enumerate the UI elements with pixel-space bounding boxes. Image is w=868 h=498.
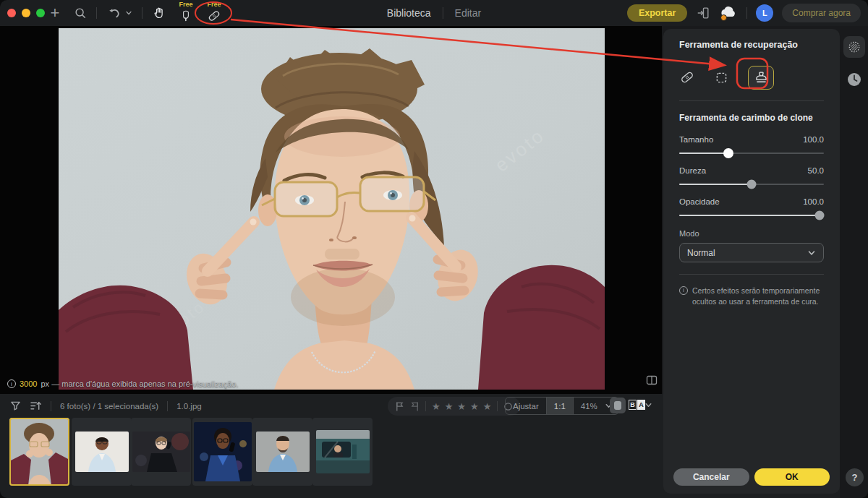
tab-biblioteca[interactable]: Biblioteca [387,7,431,19]
minimize-window-button[interactable] [22,9,30,17]
add-photos-button[interactable]: + [45,0,65,26]
ratio-1-1-button[interactable]: 1:1 [546,398,574,414]
undo-button[interactable] [104,0,124,26]
bandaid-icon [679,69,695,85]
filename: 1.0.jpg [176,402,202,411]
filmstrip-thumbnail[interactable] [252,418,312,486]
fit-button[interactable]: Ajustar [506,398,546,414]
export-panel-button[interactable] [696,6,710,20]
avatar[interactable]: L [756,4,773,22]
photo-count: 6 foto(s) / 1 selecionada(s) [60,402,158,411]
slider-thumb[interactable] [723,148,733,158]
help-button[interactable]: ? [846,468,864,486]
clone-stamp-tool-button[interactable] [748,66,774,90]
filmstrip-thumbnail[interactable] [131,418,191,486]
slider-value: 50.0 [808,166,824,175]
slider-track[interactable] [679,215,824,216]
blend-mode-dropdown[interactable]: Normal [679,243,824,262]
bandaid-icon [207,9,221,23]
search-button[interactable] [70,0,90,26]
heal-bandaid-tool-button[interactable] [679,69,695,85]
filmstrip-thumbnail[interactable] [312,418,373,486]
flag-icon [410,401,420,412]
patch-selection-tool-button[interactable] [714,70,729,85]
undo-history-dropdown[interactable] [123,0,135,26]
before-after-toggle[interactable]: B A [629,400,645,410]
slider-dureza: Dureza 50.0 [679,166,824,185]
mask-brush-icon [848,39,861,55]
export-button[interactable]: Exportar [627,4,687,22]
ok-button[interactable]: OK [754,468,830,486]
healing-tool-button[interactable]: Free [202,0,226,26]
tab-editar[interactable]: Editar [455,7,482,19]
slider-thumb[interactable] [815,211,825,220]
filmstrip-thumbnail[interactable] [192,418,252,486]
thumbnail-image [316,430,370,473]
split-view-button[interactable] [646,375,658,385]
photo-canvas[interactable]: evoto evoto [59,28,605,390]
split-view-icon [646,375,658,385]
filmstrip-divider [167,401,168,411]
thumbnail-image [75,432,129,472]
compare-view-button[interactable] [610,398,626,413]
toolbar-divider [746,7,747,19]
buy-now-button[interactable]: Comprar agora [782,4,861,22]
plus-icon: + [51,5,60,21]
thumbnail-image [132,432,190,472]
flag-icon [395,401,404,412]
pan-tool-button[interactable] [149,0,169,26]
sort-icon [30,400,42,411]
flag-reject-button[interactable] [410,401,420,412]
zoom-level-value[interactable]: 41% [574,398,605,414]
watermark-notice: px — marca d'água exibida apenas na pré-… [41,379,238,388]
star-icon[interactable]: ★ [470,402,479,411]
notification-badge [720,14,727,21]
filter-button[interactable] [10,400,21,411]
retouch-finger-tool-button[interactable]: Free [174,0,198,26]
star-icon[interactable]: ★ [445,402,454,411]
toolbar-divider [142,7,142,19]
star-icon[interactable]: ★ [432,402,441,411]
sort-button[interactable] [30,400,42,411]
mode-label: Modo [679,229,824,238]
funnel-icon [10,400,21,411]
recovery-tool-panel: Ferramenta de recuperação Ferramenta de … [663,29,840,494]
dashed-square-icon [714,70,729,85]
thumbnail-image [256,432,310,472]
flag-pick-button[interactable] [395,401,404,412]
info-icon: i [7,379,16,388]
zoom-window-button[interactable] [36,9,45,17]
thumbnail-image [9,418,69,486]
cancel-button[interactable]: Cancelar [673,468,749,486]
mask-brush-button[interactable] [843,36,865,58]
filmstrip-thumbnail[interactable] [72,418,132,486]
star-icon[interactable]: ★ [483,402,492,411]
retouch-finger-icon [179,9,192,22]
info-icon: i [679,286,688,295]
hand-icon [153,7,166,20]
before-after-dropdown[interactable] [644,401,652,409]
panel-divider [679,100,824,101]
slider-value: 100.0 [803,135,824,144]
slider-tamanho: Tamanho 100.0 [679,135,824,154]
canvas-status: i 3000 px — marca d'água exibida apenas … [7,379,238,388]
history-button[interactable] [846,72,862,87]
slider-track[interactable] [679,184,824,185]
recovery-tool-selector [679,64,824,90]
chevron-down-icon [807,249,816,257]
star-rating: ★★★★★ [432,402,491,411]
slider-track[interactable] [679,153,824,154]
close-window-button[interactable] [7,9,16,17]
filmstrip-divider [425,401,426,411]
blend-mode-value: Normal [687,248,807,258]
zoom-controls: Ajustar 1:1 41% [505,397,619,415]
search-icon [74,7,87,20]
filmstrip-thumbnail[interactable] [9,418,69,486]
cloud-sync-button[interactable] [719,5,738,21]
slider-thumb[interactable] [747,180,757,189]
chevron-down-icon [125,9,132,17]
rating-controls: ★★★★★ [388,397,520,416]
star-icon[interactable]: ★ [457,402,466,411]
filmstrip-divider [497,401,498,411]
right-icon-rail [840,52,868,498]
